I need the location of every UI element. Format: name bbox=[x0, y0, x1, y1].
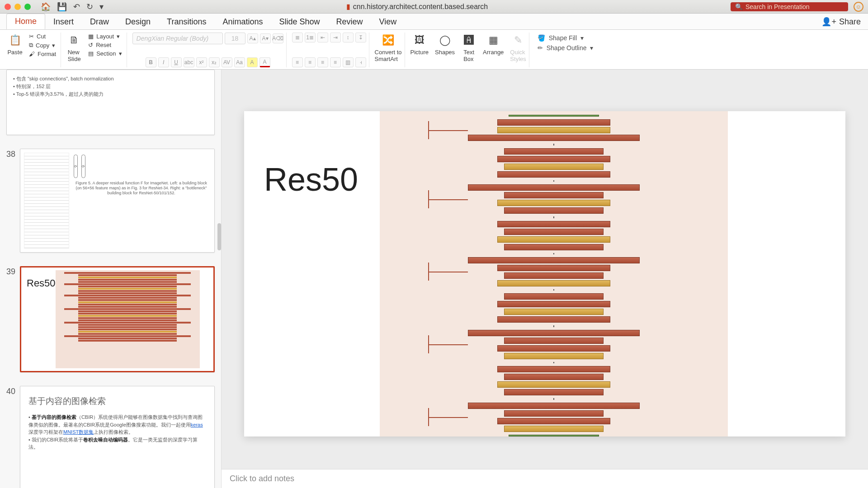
font-name-combo[interactable]: DengXian Regular (Body) bbox=[132, 33, 223, 44]
char-spacing-button[interactable]: AV bbox=[222, 57, 232, 67]
save-icon[interactable]: 💾 bbox=[57, 2, 67, 12]
reset-label: Reset bbox=[96, 42, 111, 48]
align-right-button[interactable]: ≡ bbox=[317, 57, 328, 67]
numbering-button[interactable]: 1≣ bbox=[305, 33, 316, 42]
search-box[interactable]: 🔍 bbox=[731, 2, 848, 11]
shapes-icon: ◯ bbox=[437, 33, 453, 48]
scissors-icon: ✂ bbox=[29, 33, 34, 40]
format-painter-button[interactable]: 🖌Format bbox=[27, 50, 58, 58]
layout-icon: ▦ bbox=[88, 33, 94, 40]
brush-icon: 🖌 bbox=[29, 51, 35, 57]
shape-fill-label: Shape Fill bbox=[549, 34, 577, 42]
superscript-button[interactable]: x² bbox=[196, 57, 207, 67]
search-input[interactable] bbox=[745, 3, 844, 10]
font-size-combo[interactable]: 18 bbox=[225, 33, 245, 44]
qat-more-icon[interactable]: ▾ bbox=[99, 2, 104, 12]
decrease-font-button[interactable]: A▾ bbox=[260, 33, 271, 43]
quick-styles-button[interactable]: ✎Quick Styles bbox=[510, 33, 526, 62]
tab-slideshow[interactable]: Slide Show bbox=[271, 14, 328, 29]
case-button[interactable]: Aa bbox=[234, 57, 245, 67]
new-slide-icon: 🗎 bbox=[66, 33, 82, 48]
thumbnail-slide-40[interactable]: 基于内容的图像检索 • 基于内容的图像检索（CBIR）系统使得用户能够在图像数据… bbox=[20, 386, 215, 488]
new-slide-label: New Slide bbox=[68, 49, 81, 62]
shapes-button[interactable]: ◯Shapes bbox=[435, 33, 455, 62]
tab-draw[interactable]: Draw bbox=[82, 14, 117, 29]
bold-button[interactable]: B bbox=[146, 57, 156, 67]
subscript-button[interactable]: x₂ bbox=[209, 57, 220, 67]
arrange-button[interactable]: ▦Arrange bbox=[483, 33, 504, 62]
bullets-button[interactable]: ≣ bbox=[292, 33, 303, 42]
font-color-button[interactable]: A bbox=[259, 57, 270, 67]
section-label: Section bbox=[96, 50, 116, 57]
slide-number-40: 40 bbox=[6, 387, 15, 396]
slide-number-38: 38 bbox=[6, 150, 15, 159]
document-title: ▮ cnn.history.architect.content.based.se… bbox=[107, 2, 727, 11]
undo-icon[interactable]: ↶ bbox=[73, 2, 80, 12]
insert-group: 🖼Picture ◯Shapes 🅰Text Box ▦Arrange ✎Qui… bbox=[408, 33, 529, 67]
redo-icon[interactable]: ↻ bbox=[86, 2, 93, 12]
shape-outline-button[interactable]: ✏Shape Outline ▾ bbox=[538, 44, 594, 52]
highlight-button[interactable]: A bbox=[247, 57, 258, 67]
smartart-group: 🔀 Convert to SmartArt bbox=[372, 33, 405, 67]
new-slide-button[interactable]: 🗎 New Slide bbox=[66, 33, 82, 62]
shape-outline-label: Shape Outline bbox=[547, 44, 587, 52]
paste-button[interactable]: 📋 Paste bbox=[7, 33, 23, 58]
shape-fill-button[interactable]: 🪣Shape Fill ▾ bbox=[538, 34, 594, 42]
editor-body: • 包含 "skip connections", batch normaliza… bbox=[0, 70, 868, 488]
text-direction-button[interactable]: ↧ bbox=[355, 33, 366, 42]
ribbon: 📋 Paste ✂Cut ⧉Copy ▾ 🖌Format 🗎 New Slide… bbox=[0, 30, 868, 70]
clear-format-button[interactable]: A⌫ bbox=[273, 33, 283, 43]
maximize-window-button[interactable] bbox=[24, 4, 31, 10]
picture-button[interactable]: 🖼Picture bbox=[410, 33, 429, 62]
justify-button[interactable]: ≡ bbox=[330, 57, 341, 67]
underline-button[interactable]: U bbox=[171, 57, 182, 67]
t40-link2: MNIST数据集 bbox=[63, 429, 94, 435]
resnet-arch-diagram bbox=[24, 153, 69, 249]
tab-animations[interactable]: Animations bbox=[214, 14, 271, 29]
copy-label: Copy bbox=[36, 42, 49, 49]
copy-button[interactable]: ⧉Copy ▾ bbox=[27, 41, 58, 49]
line-spacing-button[interactable]: ↕ bbox=[343, 33, 354, 42]
convert-smartart-button[interactable]: 🔀 Convert to SmartArt bbox=[375, 33, 402, 62]
layout-button[interactable]: ▦Layout ▾ bbox=[86, 33, 123, 40]
slide-canvas-area[interactable]: Res50 bbox=[222, 70, 868, 469]
tab-transitions[interactable]: Transitions bbox=[159, 14, 214, 29]
align-text-button[interactable]: ⫞ bbox=[355, 57, 366, 67]
slide-title[interactable]: Res50 bbox=[264, 161, 358, 198]
t40-text3: 上执行图像检索。 bbox=[94, 429, 133, 435]
tab-view[interactable]: View bbox=[371, 14, 405, 29]
thumbnail-slide-38[interactable]: ⟳ ⟳ Figure 5. A deeper residual function… bbox=[20, 149, 215, 253]
section-button[interactable]: ▤Section ▾ bbox=[86, 50, 123, 57]
powerpoint-file-icon: ▮ bbox=[346, 2, 350, 11]
minimize-window-button[interactable] bbox=[14, 4, 21, 10]
tab-home[interactable]: Home bbox=[6, 14, 45, 29]
thumb39-title: Res50 bbox=[21, 267, 56, 371]
columns-button[interactable]: ▥ bbox=[343, 57, 354, 67]
italic-button[interactable]: I bbox=[158, 57, 169, 67]
reset-button[interactable]: ↺Reset bbox=[86, 41, 123, 49]
indent-inc-button[interactable]: ⇥ bbox=[330, 33, 341, 42]
increase-font-button[interactable]: A▴ bbox=[247, 33, 258, 43]
indent-dec-button[interactable]: ⇤ bbox=[317, 33, 328, 42]
slide-39[interactable]: Res50 bbox=[244, 111, 845, 436]
slide-thumbnails-pane[interactable]: • 包含 "skip connections", batch normaliza… bbox=[0, 70, 222, 488]
align-center-button[interactable]: ≡ bbox=[305, 57, 316, 67]
align-left-button[interactable]: ≡ bbox=[292, 57, 303, 67]
cut-button[interactable]: ✂Cut bbox=[27, 33, 58, 40]
share-button[interactable]: 👤+ Share bbox=[814, 14, 868, 29]
tab-insert[interactable]: Insert bbox=[45, 14, 82, 29]
thumbnail-slide-39-selected[interactable]: Res50 bbox=[20, 266, 215, 372]
tab-review[interactable]: Review bbox=[328, 14, 371, 29]
notes-pane[interactable]: Click to add notes bbox=[222, 469, 868, 488]
home-icon[interactable]: 🏠 bbox=[41, 2, 51, 12]
strike-button[interactable]: abc bbox=[184, 57, 194, 67]
quickstyles-icon: ✎ bbox=[510, 33, 526, 48]
canvas-pane: Res50 bbox=[222, 70, 868, 488]
textbox-button[interactable]: 🅰Text Box bbox=[461, 33, 476, 62]
tab-design[interactable]: Design bbox=[117, 14, 159, 29]
resnet-block-right: ⟳ bbox=[81, 155, 85, 178]
close-window-button[interactable] bbox=[5, 4, 11, 10]
thumbnail-slide-partial[interactable]: • 包含 "skip connections", batch normaliza… bbox=[6, 70, 215, 135]
partial-line-3: • Top-5 错误率为3.57%，超过人类的能力 bbox=[13, 91, 208, 98]
feedback-icon[interactable]: ☺ bbox=[854, 2, 863, 12]
